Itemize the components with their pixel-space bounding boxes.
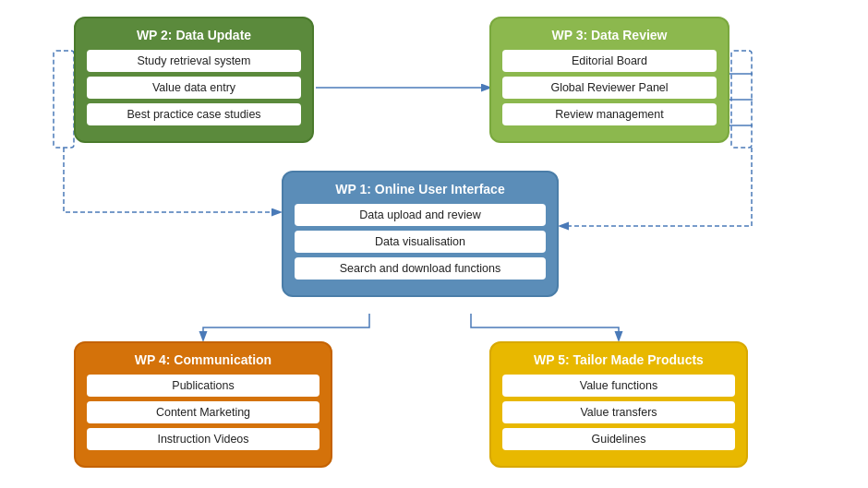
wp1-title: WP 1: Online User Interface: [295, 182, 546, 196]
wp2-item-2: Value data entry: [87, 77, 301, 99]
wp4-item-2: Content Marketing: [87, 401, 319, 423]
wp1-box: WP 1: Online User Interface Data upload …: [282, 171, 559, 297]
wp2-item-3: Best practice case studies: [87, 103, 301, 125]
wp4-title: WP 4: Communication: [87, 352, 319, 367]
wp3-title: WP 3: Data Review: [502, 28, 717, 42]
wp2-item-1: Study retrieval system: [87, 50, 301, 72]
wp5-title: WP 5: Tailor Made Products: [502, 352, 735, 367]
wp3-item-1: Editorial Board: [502, 50, 717, 72]
wp3-box: WP 3: Data Review Editorial Board Global…: [489, 17, 729, 143]
wp4-item-1: Publications: [87, 375, 319, 397]
wp2-title: WP 2: Data Update: [87, 28, 301, 42]
wp5-box: WP 5: Tailor Made Products Value functio…: [489, 341, 748, 468]
wp1-item-2: Data visualisation: [295, 231, 546, 253]
wp5-item-3: Guidelines: [502, 428, 735, 450]
svg-rect-5: [731, 51, 752, 148]
wp3-item-3: Review management: [502, 103, 717, 125]
svg-rect-1: [54, 51, 74, 148]
wp1-item-3: Search and download functions: [295, 257, 546, 280]
diagram-container: WP 2: Data Update Study retrieval system…: [0, 0, 868, 488]
wp3-item-2: Global Reviewer Panel: [502, 77, 717, 99]
wp5-item-1: Value functions: [502, 375, 735, 397]
wp4-box: WP 4: Communication Publications Content…: [74, 341, 332, 468]
wp2-box: WP 2: Data Update Study retrieval system…: [74, 17, 314, 143]
wp4-item-3: Instruction Videos: [87, 428, 319, 450]
wp1-item-1: Data upload and review: [295, 204, 546, 226]
wp5-item-2: Value transfers: [502, 401, 735, 423]
